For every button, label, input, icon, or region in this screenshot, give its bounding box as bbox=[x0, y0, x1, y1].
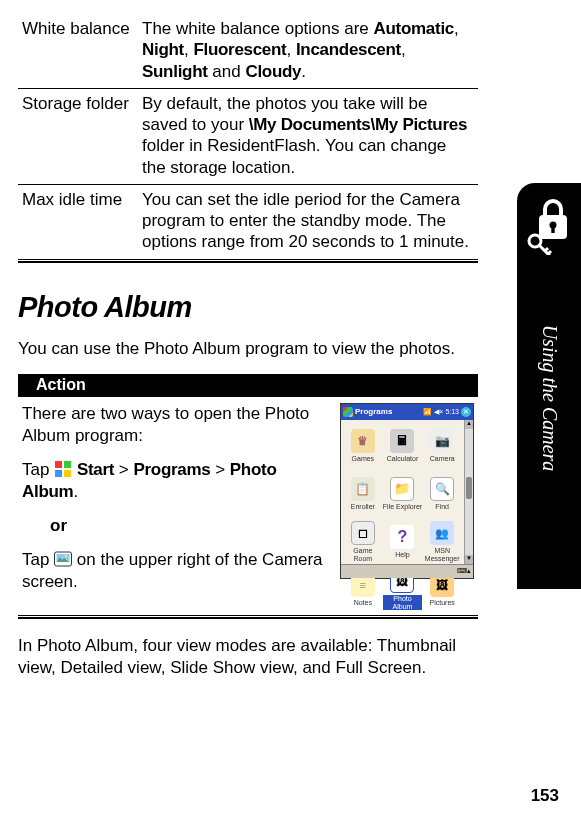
chapter-tab: Using the Camera bbox=[517, 183, 581, 589]
program-label: Calculator bbox=[387, 455, 419, 462]
program-label: Games bbox=[352, 455, 375, 462]
svg-rect-0 bbox=[55, 461, 62, 468]
program-icon bbox=[390, 477, 414, 501]
page-number: 153 bbox=[531, 786, 559, 806]
program-item: Camera bbox=[422, 422, 462, 470]
photo-album-icon bbox=[54, 550, 72, 568]
svg-rect-2 bbox=[55, 470, 62, 477]
program-label: Find bbox=[435, 503, 449, 510]
program-icon bbox=[351, 477, 375, 501]
action-body: There are two ways to open the Photo Alb… bbox=[18, 396, 478, 614]
program-icon bbox=[430, 477, 454, 501]
svg-rect-3 bbox=[64, 470, 71, 477]
keyboard-icon: ⌨▴ bbox=[457, 567, 471, 575]
svg-rect-10 bbox=[551, 226, 554, 233]
mini-time: 5:13 bbox=[445, 408, 459, 415]
program-icon bbox=[351, 429, 375, 453]
program-item: File Explorer bbox=[383, 470, 423, 518]
close-icon: ✕ bbox=[461, 407, 471, 417]
program-item: Find bbox=[422, 470, 462, 518]
option-desc: The white balance options are Automatic,… bbox=[138, 14, 478, 88]
program-icon bbox=[351, 521, 375, 545]
svg-line-13 bbox=[545, 248, 548, 251]
program-label: Help bbox=[395, 551, 409, 558]
section-title: Photo Album bbox=[18, 291, 478, 324]
chapter-tab-label: Using the Camera bbox=[538, 325, 561, 472]
program-item: Games bbox=[343, 422, 383, 470]
intro-paragraph: You can use the Photo Album program to v… bbox=[18, 338, 478, 360]
program-label: Enroller bbox=[351, 503, 375, 510]
program-item: MSN Messenger bbox=[422, 518, 462, 566]
program-icon bbox=[430, 429, 454, 453]
svg-rect-1 bbox=[64, 461, 71, 468]
program-item: Enroller bbox=[343, 470, 383, 518]
scrollbar: ▲ ▼ bbox=[464, 420, 473, 564]
mini-title: Programs bbox=[355, 407, 421, 416]
mini-taskbar: ⌨▴ bbox=[341, 564, 473, 578]
svg-point-7 bbox=[65, 555, 68, 558]
action-text: There are two ways to open the Photo Alb… bbox=[22, 403, 330, 606]
windows-start-icon bbox=[343, 407, 353, 417]
program-item: Calculator bbox=[383, 422, 423, 470]
program-label: Pictures bbox=[430, 599, 455, 606]
mini-titlebar: Programs 📶 ◀× 5:13 ✕ bbox=[341, 404, 473, 420]
option-name: White balance bbox=[18, 14, 138, 88]
windows-start-icon bbox=[54, 460, 72, 478]
program-label: Camera bbox=[430, 455, 455, 462]
program-label: Game Room bbox=[343, 547, 383, 562]
option-desc: By default, the photos you take will be … bbox=[138, 88, 478, 184]
program-icon bbox=[390, 429, 414, 453]
lock-key-icon bbox=[527, 197, 571, 260]
option-desc: You can set the idle period for the Came… bbox=[138, 184, 478, 258]
program-label: File Explorer bbox=[383, 503, 422, 510]
program-label: Notes bbox=[354, 599, 372, 606]
program-item: Game Room bbox=[343, 518, 383, 566]
closing-paragraph: In Photo Album, four view modes are avai… bbox=[18, 635, 478, 679]
action-header: Action bbox=[18, 374, 478, 396]
program-label: MSN Messenger bbox=[422, 547, 462, 562]
program-icon bbox=[390, 525, 414, 549]
program-label: Photo Album bbox=[383, 595, 423, 610]
option-name: Storage folder bbox=[18, 88, 138, 184]
option-name: Max idle time bbox=[18, 184, 138, 258]
svg-line-14 bbox=[548, 251, 551, 254]
program-icon bbox=[430, 521, 454, 545]
program-item: Help bbox=[383, 518, 423, 566]
programs-screenshot: Programs 📶 ◀× 5:13 ✕ GamesCalculatorCame… bbox=[340, 403, 474, 579]
camera-options-table: White balance The white balance options … bbox=[18, 14, 478, 259]
